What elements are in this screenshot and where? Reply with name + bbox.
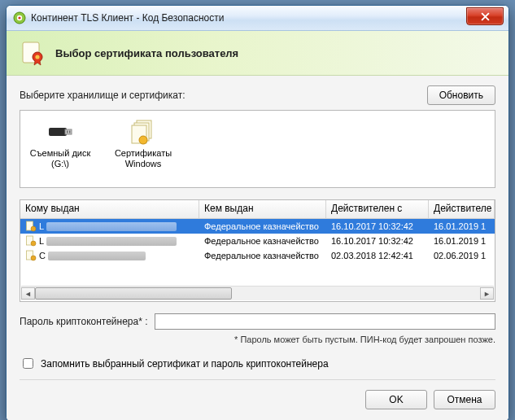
close-button[interactable] — [466, 7, 504, 25]
instruction-label: Выберите хранилище и сертификат: — [20, 90, 185, 101]
table-row[interactable]: LФедеральное казначейство16.10.2017 10:3… — [20, 219, 495, 234]
svg-rect-6 — [49, 128, 67, 136]
table-row[interactable]: CФедеральное казначейство02.03.2018 12:4… — [20, 248, 495, 263]
dialog-body: Выберите хранилище и сертификат: Обновит… — [7, 76, 508, 420]
storage-label: Съемный диск (G:\) — [28, 148, 92, 168]
scroll-track[interactable] — [35, 287, 480, 300]
storage-removable-disk[interactable]: Съемный диск (G:\) — [28, 117, 92, 181]
svg-rect-7 — [65, 129, 72, 134]
cert-stack-icon — [111, 117, 175, 147]
dialog-footer: OK Отмена — [20, 379, 495, 409]
password-hint: * Пароль может быть пустым. ПИН-код буде… — [20, 335, 495, 344]
svg-point-5 — [35, 55, 39, 59]
svg-rect-9 — [69, 131, 70, 133]
svg-point-2 — [18, 16, 20, 19]
horizontal-scrollbar[interactable]: ◄ ► — [21, 286, 494, 300]
refresh-button[interactable]: Обновить — [427, 85, 495, 105]
app-icon — [13, 11, 26, 24]
scroll-thumb[interactable] — [35, 287, 232, 300]
titlebar[interactable]: Континент TLS Клиент - Код Безопасности — [7, 6, 508, 31]
remember-label[interactable]: Запомнить выбранный сертификат и пароль … — [41, 358, 329, 370]
table-header: Кому выдан Кем выдан Действителен с Дейс… — [20, 200, 495, 219]
column-valid-from[interactable]: Действителен с — [326, 200, 429, 218]
svg-point-15 — [31, 226, 36, 231]
svg-point-19 — [31, 256, 36, 260]
svg-rect-8 — [67, 131, 68, 133]
storage-list: Съемный диск (G:\) Сертификаты Windows — [20, 110, 495, 188]
column-valid-to[interactable]: Действителе — [429, 200, 495, 218]
password-input[interactable] — [155, 313, 495, 330]
certificate-table: Кому выдан Кем выдан Действителен с Дейс… — [20, 199, 495, 302]
svg-point-17 — [31, 241, 36, 246]
banner: Выбор сертификата пользователя — [7, 31, 508, 76]
window-title: Континент TLS Клиент - Код Безопасности — [31, 12, 224, 24]
usb-drive-icon — [28, 117, 92, 147]
column-issued-by[interactable]: Кем выдан — [199, 200, 326, 218]
table-row[interactable]: LФедеральное казначейство16.10.2017 10:3… — [20, 234, 495, 248]
scroll-left-button[interactable]: ◄ — [21, 287, 35, 300]
banner-title: Выбор сертификата пользователя — [55, 47, 238, 59]
column-issued-to[interactable]: Кому выдан — [20, 200, 199, 218]
table-body: LФедеральное казначейство16.10.2017 10:3… — [20, 219, 495, 263]
storage-windows-certs[interactable]: Сертификаты Windows — [111, 117, 175, 181]
storage-label: Сертификаты Windows — [111, 148, 175, 168]
certificate-icon — [20, 40, 46, 66]
dialog-window: Континент TLS Клиент - Код Безопасности … — [6, 5, 509, 420]
cancel-button[interactable]: Отмена — [434, 390, 495, 409]
ok-button[interactable]: OK — [365, 390, 427, 409]
svg-point-13 — [139, 136, 147, 144]
scroll-right-button[interactable]: ► — [480, 287, 494, 300]
remember-checkbox[interactable] — [23, 358, 33, 369]
password-label: Пароль криптоконтейнера* : — [20, 316, 148, 327]
